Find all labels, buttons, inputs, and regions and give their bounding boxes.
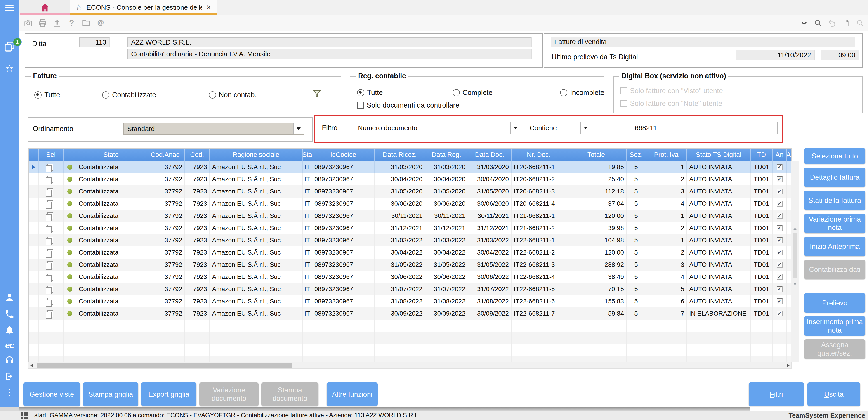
footer-button-filtri[interactable]: Filtri xyxy=(749,383,804,406)
camera-icon[interactable] xyxy=(24,18,33,28)
cell-sel[interactable] xyxy=(39,295,64,307)
company-name-field[interactable]: A2Z WORLD S.R.L. xyxy=(127,37,532,48)
close-icon[interactable]: × xyxy=(206,3,211,11)
filtro-operator-select[interactable]: Contiene xyxy=(526,122,591,134)
cell-sel[interactable] xyxy=(39,234,64,246)
funnel-icon[interactable] xyxy=(312,89,322,100)
upload-icon[interactable] xyxy=(53,18,62,28)
cell-sel[interactable] xyxy=(39,283,64,295)
cell-an[interactable]: ✓ xyxy=(773,173,786,185)
cell-an[interactable]: ✓ xyxy=(773,222,786,234)
cell-sel[interactable] xyxy=(39,161,64,173)
tab-econs[interactable]: ☆ ECONS - Console per la gestione delle … xyxy=(70,0,217,15)
chevron-down-icon[interactable] xyxy=(510,122,521,134)
cell-sel[interactable] xyxy=(39,210,64,222)
last-pull-date-field[interactable]: 11/10/2022 xyxy=(736,50,815,60)
col-header-data_ricez[interactable]: Data Ricez. xyxy=(375,149,425,161)
windows-icon[interactable]: 1 xyxy=(0,40,19,54)
col-header-prot_iva[interactable]: Prot. Iva xyxy=(646,149,687,161)
cell-an[interactable]: ✓ xyxy=(773,210,786,222)
col-header-sta[interactable]: Sta xyxy=(303,149,312,161)
table-row[interactable]: Contabilizzata377927923Amazon EU S.Ã r.l… xyxy=(29,210,791,222)
star-icon[interactable]: ☆ xyxy=(0,62,19,74)
company-regime-field[interactable]: Contabilita' ordinaria - Denuncia I.V.A.… xyxy=(127,49,532,59)
col-header-totale[interactable]: Totale xyxy=(566,149,627,161)
cell-an[interactable]: ✓ xyxy=(773,271,786,283)
bottom-button-gestione-viste[interactable]: Gestione viste xyxy=(23,383,80,406)
cell-an[interactable]: ✓ xyxy=(773,161,786,173)
side-button-contabilizza-dati[interactable]: Contabilizza dati xyxy=(804,260,865,279)
company-code-field[interactable]: 113 xyxy=(79,37,110,48)
col-header-td[interactable]: TD xyxy=(751,149,773,161)
side-button-variazione-prima-nota[interactable]: Variazione prima nota xyxy=(804,214,865,233)
search-icon[interactable] xyxy=(813,18,823,28)
bell-icon[interactable] xyxy=(0,324,19,336)
tab-home[interactable] xyxy=(20,0,70,15)
filtro-field-select[interactable]: Numero documento xyxy=(354,122,521,134)
col-header-cod[interactable]: Cod. xyxy=(185,149,210,161)
help-icon[interactable]: ? xyxy=(67,18,76,28)
table-row[interactable]: Contabilizzata377927923Amazon EU S.Ã r.l… xyxy=(29,185,791,198)
table-row[interactable]: Contabilizzata377927923Amazon EU S.Ã r.l… xyxy=(29,198,791,210)
cell-sel[interactable] xyxy=(39,222,64,234)
logout-icon[interactable] xyxy=(0,370,19,383)
last-pull-time-field[interactable]: 09:00 xyxy=(821,50,859,60)
col-header-sez[interactable]: Sez. xyxy=(627,149,646,161)
col-header-data_reg[interactable]: Data Reg. xyxy=(425,149,468,161)
cell-an[interactable]: ✓ xyxy=(773,185,786,198)
ordinamento-select[interactable]: Standard xyxy=(123,123,304,135)
chevron-down-icon[interactable] xyxy=(799,18,809,28)
cell-an[interactable]: ✓ xyxy=(773,295,786,307)
table-row[interactable]: Contabilizzata377927923Amazon EU S.Ã r.l… xyxy=(29,271,791,283)
grid-dots-icon[interactable] xyxy=(21,412,28,419)
folder-icon[interactable] xyxy=(81,18,91,28)
phone-icon[interactable] xyxy=(0,308,19,321)
col-header-nr_doc[interactable]: Nr. Doc. xyxy=(512,149,566,161)
menu-icon[interactable] xyxy=(0,3,19,13)
col-header-cod_anag[interactable]: Cod.Anag xyxy=(146,149,185,161)
printer-icon[interactable] xyxy=(38,18,48,28)
col-header-a[interactable]: A xyxy=(786,149,791,161)
cell-an[interactable]: ✓ xyxy=(773,198,786,210)
col-header-an[interactable]: An xyxy=(773,149,786,161)
col-header-sel[interactable]: Sel xyxy=(39,149,64,161)
table-row[interactable]: Contabilizzata377927923Amazon EU S.Ã r.l… xyxy=(29,234,791,246)
undo-icon[interactable] xyxy=(827,18,837,28)
filtro-value-input[interactable]: 668211 xyxy=(631,122,778,134)
side-button-assegna-quater-sez-[interactable]: Assegna quater/sez. xyxy=(804,339,865,359)
user-icon[interactable] xyxy=(0,291,19,304)
invoice-type-field[interactable]: Fatture di vendita xyxy=(551,37,855,47)
cell-sel[interactable] xyxy=(39,198,64,210)
cell-sel[interactable] xyxy=(39,271,64,283)
vertical-scrollbar[interactable] xyxy=(791,161,799,362)
cell-sel[interactable] xyxy=(39,307,64,320)
cell-sel[interactable] xyxy=(39,173,64,185)
radio-fatture-non-contab[interactable]: Non contab. xyxy=(209,91,256,99)
col-header-data_doc[interactable]: Data Doc. xyxy=(468,149,512,161)
side-button-inserimento-prima-nota[interactable]: Inserimento prima nota xyxy=(804,316,865,336)
more-dots-icon[interactable] xyxy=(0,388,19,397)
chevron-down-icon[interactable] xyxy=(580,122,591,134)
at-search-icon[interactable]: ＠ xyxy=(96,18,105,28)
cell-an[interactable]: ✓ xyxy=(773,234,786,246)
table-row[interactable]: Contabilizzata377927923Amazon EU S.Ã r.l… xyxy=(29,161,791,173)
side-button-inizio-anteprima[interactable]: Inizio Anteprima xyxy=(804,237,865,256)
table-row[interactable]: Contabilizzata377927923Amazon EU S.Ã r.l… xyxy=(29,283,791,295)
radio-reg-complete[interactable]: Complete xyxy=(453,89,493,97)
cell-an[interactable]: ✓ xyxy=(773,307,786,320)
search-secondary-icon[interactable] xyxy=(855,18,865,28)
table-row[interactable]: Contabilizzata377927923Amazon EU S.Ã r.l… xyxy=(29,295,791,307)
bottom-button-stampa-documento[interactable]: Stampa documento xyxy=(261,383,318,406)
bottom-button-variazione-documento[interactable]: Variazione documento xyxy=(199,383,258,406)
table-row[interactable]: Contabilizzata377927923Amazon EU S.Ã r.l… xyxy=(29,173,791,185)
headset-icon[interactable] xyxy=(0,354,19,367)
cell-an[interactable]: ✓ xyxy=(773,283,786,295)
radio-fatture-contabilizzate[interactable]: Contabilizzate xyxy=(102,91,156,99)
favorite-star-icon[interactable]: ☆ xyxy=(75,3,82,11)
bottom-button-export-griglia[interactable]: Export griglia xyxy=(141,383,196,406)
side-button-dettaglio-fattura[interactable]: Dettaglio fattura xyxy=(804,168,865,187)
col-header-dot[interactable] xyxy=(64,149,76,161)
col-header-stato_ts[interactable]: Stato TS Digital xyxy=(687,149,751,161)
chevron-down-icon[interactable] xyxy=(293,123,304,134)
side-button-stati-della-fattura[interactable]: Stati della fattura xyxy=(804,190,865,210)
